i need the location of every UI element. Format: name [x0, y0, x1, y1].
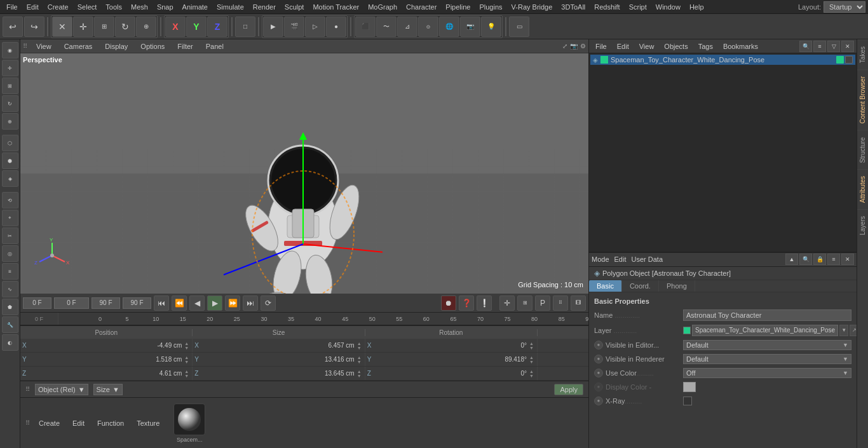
tool-14[interactable]: ∿	[2, 281, 18, 297]
move-tool-button[interactable]: ✛	[499, 295, 515, 311]
menu-script[interactable]: Script	[625, 2, 651, 12]
viewport-expand-icon[interactable]: ⤢	[562, 43, 567, 50]
viewport-menu-view[interactable]: View	[32, 41, 55, 51]
pos-x-field[interactable]: X -4.49 cm ▲▼	[20, 339, 193, 352]
object-mode-button[interactable]: □	[235, 17, 255, 37]
tool-4[interactable]: ↻	[2, 95, 18, 112]
play-reverse-button[interactable]: ◀	[189, 295, 205, 311]
layer-value[interactable]: Spaceman_Toy_Character_White_Dancing_Pos…	[692, 325, 838, 336]
viewport-menu-cameras[interactable]: Cameras	[60, 41, 97, 51]
display-color-swatch[interactable]	[683, 382, 696, 392]
pos-z-down[interactable]: ▼	[184, 374, 192, 378]
nurbs-button[interactable]: ⊿	[397, 17, 417, 37]
attr-tab-basic[interactable]: Basic	[589, 280, 622, 292]
tool-16[interactable]: 🔧	[2, 316, 18, 333]
menu-window[interactable]: Window	[652, 2, 684, 12]
rot-z-arrows[interactable]: ▲▼	[529, 369, 537, 378]
size-z-field[interactable]: Z 13.645 cm ▲▼	[193, 367, 365, 380]
viewport-menu-panel[interactable]: Panel	[202, 41, 227, 51]
go-end-button[interactable]: ⏭	[243, 295, 258, 311]
mat-menu-edit[interactable]: Edit	[69, 418, 88, 428]
rt-menu-view[interactable]: View	[635, 41, 658, 51]
timeline-current-right-input[interactable]	[123, 297, 151, 309]
auto-key-button[interactable]: ❓	[459, 295, 474, 311]
live-select-button[interactable]: ✕	[52, 17, 72, 37]
use-color-select[interactable]: Off ▼	[683, 368, 851, 378]
pos-x-down[interactable]: ▼	[184, 346, 192, 350]
size-y-up[interactable]: ▲	[357, 355, 365, 360]
menu-sculpt[interactable]: Sculpt	[281, 2, 308, 12]
pos-y-down[interactable]: ▼	[184, 360, 192, 364]
timeline-end-input[interactable]	[92, 297, 120, 309]
mat-menu-texture[interactable]: Texture	[133, 418, 163, 428]
size-dropdown[interactable]: Size ▼	[93, 384, 123, 395]
step-back-button[interactable]: ⏪	[172, 295, 187, 311]
tool-2[interactable]: ✛	[2, 60, 18, 76]
size-z-down[interactable]: ▼	[357, 374, 365, 378]
size-x-field[interactable]: X 6.457 cm ▲▼	[193, 339, 365, 352]
menu-character[interactable]: Character	[402, 2, 440, 12]
vis-editor-radio[interactable]: ●	[594, 341, 603, 350]
layer-link-icon[interactable]: ↗	[850, 325, 857, 336]
vis-renderer-radio[interactable]: ●	[594, 355, 603, 363]
rot-z-up[interactable]: ▲	[529, 369, 537, 374]
record-key-button[interactable]: ⏺	[441, 295, 456, 311]
rt-menu-edit[interactable]: Edit	[613, 41, 633, 51]
attr-tab-phong[interactable]: Phong	[659, 280, 695, 292]
attr-search-icon[interactable]: 🔍	[799, 254, 812, 265]
menu-plugins[interactable]: Plugins	[475, 2, 506, 12]
mat-menu-create[interactable]: Create	[35, 418, 64, 428]
attr-list-icon[interactable]: ≡	[827, 254, 840, 265]
rotate-button[interactable]: ↻	[115, 17, 135, 37]
record-button[interactable]: ●	[326, 17, 346, 37]
timeline-start-input[interactable]	[23, 297, 51, 309]
size-y-field[interactable]: Y 13.416 cm ▲▼	[193, 353, 365, 366]
rot-x-up[interactable]: ▲	[529, 341, 537, 346]
pos-y-arrows[interactable]: ▲▼	[184, 355, 192, 364]
menu-mesh[interactable]: Mesh	[127, 2, 152, 12]
pos-z-field[interactable]: Z 4.61 cm ▲▼	[20, 367, 193, 380]
tool-5[interactable]: ⊕	[2, 113, 18, 130]
floor-button[interactable]: ▭	[509, 17, 529, 37]
menu-mograph[interactable]: MoGraph	[364, 2, 401, 12]
light-button[interactable]: 💡	[481, 17, 501, 37]
rot-x-arrows[interactable]: ▲▼	[529, 341, 537, 350]
cube-button[interactable]: ⬛	[355, 17, 376, 37]
filter-icon[interactable]: ▽	[827, 41, 840, 52]
menu-3dtoall[interactable]: 3DToAll	[557, 2, 589, 12]
deformer-button[interactable]: ⌾	[418, 17, 438, 37]
search-icon[interactable]: 🔍	[799, 41, 812, 52]
tool-9[interactable]: ⟲	[2, 192, 18, 208]
attr-up-icon[interactable]: ▲	[785, 254, 798, 265]
rot-y-up[interactable]: ▲	[529, 355, 537, 360]
tree-expand-icon[interactable]: ≡	[813, 41, 826, 52]
apply-button[interactable]: Apply	[554, 384, 583, 395]
xray-checkbox[interactable]	[683, 397, 692, 405]
render-view-button[interactable]: ▶	[263, 17, 283, 37]
menu-simulate[interactable]: Simulate	[213, 2, 248, 12]
tool-3[interactable]: ⊞	[2, 78, 18, 94]
tool-17[interactable]: ◐	[2, 334, 18, 351]
pos-y-up[interactable]: ▲	[184, 355, 192, 360]
rot-z-field[interactable]: Z 0° ▲▼	[365, 367, 538, 380]
rot-y-field[interactable]: Y 89.418° ▲▼	[365, 353, 538, 366]
rt-menu-file[interactable]: File	[592, 41, 611, 51]
pos-y-field[interactable]: Y 1.518 cm ▲▼	[20, 353, 193, 366]
menu-help[interactable]: Help	[686, 2, 708, 12]
key-button[interactable]: ❕	[477, 295, 492, 311]
z-axis-button[interactable]: Z	[207, 17, 227, 37]
tool-1[interactable]: ◉	[2, 42, 18, 58]
size-y-down[interactable]: ▼	[357, 360, 365, 364]
tool-13[interactable]: ≡	[2, 263, 18, 280]
environment-button[interactable]: 🌐	[439, 17, 459, 37]
pos-x-up[interactable]: ▲	[184, 341, 192, 346]
tool-15[interactable]: ⬟	[2, 299, 18, 315]
timeline-ruler[interactable]: 0 F 0 5 10 15 20 25 30 35 40 45 50 55 60…	[20, 313, 588, 325]
menu-redshift[interactable]: Redshift	[590, 2, 623, 12]
step-forward-button[interactable]: ⏩	[225, 295, 240, 311]
attr-close-icon[interactable]: ✕	[841, 254, 854, 265]
vtab-layers[interactable]: Layers	[857, 209, 868, 241]
param-button[interactable]: P	[535, 295, 550, 311]
rt-menu-objects[interactable]: Objects	[660, 41, 691, 51]
play-button[interactable]: ▶	[207, 295, 222, 311]
